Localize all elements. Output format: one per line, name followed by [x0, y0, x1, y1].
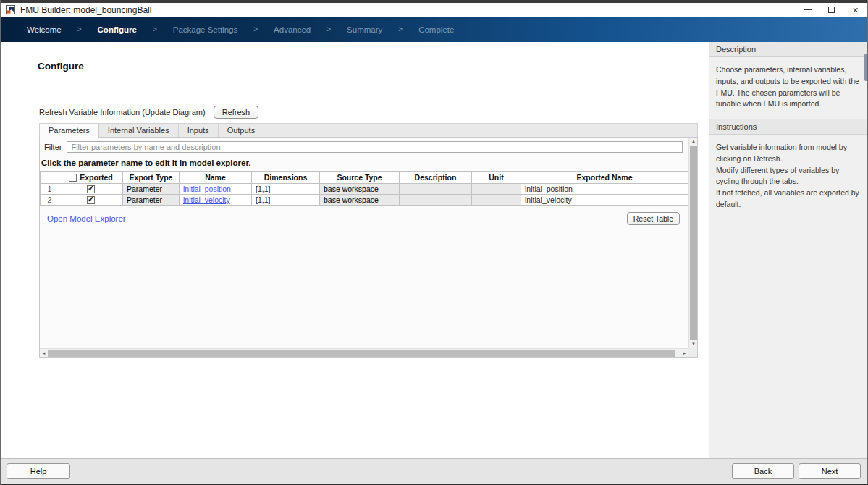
nav-step-welcome[interactable]: Welcome: [27, 25, 62, 34]
table-hint: Click the parameter name to edit it in m…: [41, 159, 697, 167]
cell-exported: ✓: [59, 195, 123, 206]
nav-step-package-settings[interactable]: Package Settings: [173, 25, 238, 34]
maximize-icon: [828, 7, 835, 13]
cell-dimensions: [1,1]: [252, 195, 320, 206]
cell-description: [400, 195, 472, 206]
cell-unit: [472, 195, 521, 206]
exported-checkbox[interactable]: ✓: [87, 196, 95, 204]
cell-index: 1: [41, 184, 59, 195]
cell-dimensions: [1,1]: [252, 184, 320, 195]
col-exported-name: Exported Name: [521, 172, 688, 184]
nav-separator-icon: >: [77, 25, 82, 33]
horizontal-scrollbar[interactable]: ◄ ►: [40, 348, 688, 357]
parameter-name-link[interactable]: initial_velocity: [183, 195, 230, 204]
title-bar: FMU Builder: model_bouncingBall ×: [1, 3, 867, 17]
instruction-line: Modify different types of variables by c…: [716, 165, 862, 188]
close-icon: ×: [852, 5, 858, 15]
table-row: 1 ✓ Parameter initial_position [1,1] bas…: [41, 184, 688, 195]
main-content: Configure Refresh Variable Information (…: [1, 42, 709, 460]
description-text: Choose parameters, internal variables, i…: [709, 57, 868, 119]
col-dimensions: Dimensions: [252, 172, 320, 184]
footer-bar: Help Back Next: [1, 458, 867, 484]
col-description: Description: [400, 172, 472, 184]
minimize-button[interactable]: [796, 3, 819, 17]
app-icon: [6, 5, 15, 14]
select-all-checkbox[interactable]: [69, 174, 77, 182]
scroll-left-icon[interactable]: ◄: [40, 349, 48, 358]
filter-label: Filter: [44, 143, 62, 151]
cell-source-type: base workspace: [320, 184, 400, 195]
nav-separator-icon: >: [326, 25, 331, 33]
col-row-number: [41, 172, 59, 184]
nav-step-complete[interactable]: Complete: [418, 25, 454, 34]
cell-unit: [472, 184, 521, 195]
maximize-button[interactable]: [819, 3, 843, 17]
col-source-type: Source Type: [320, 172, 400, 184]
refresh-label: Refresh Variable Information (Update Dia…: [39, 108, 206, 117]
instructions-text: Get variable information from model by c…: [709, 135, 868, 219]
table-footer-row: Open Model Explorer Reset Table: [47, 212, 680, 225]
nav-step-configure[interactable]: Configure: [98, 25, 137, 34]
scroll-up-icon[interactable]: ▲: [689, 138, 698, 146]
tab-internal-variables[interactable]: Internal Variables: [99, 124, 179, 137]
variables-tab-pane: Parameters Internal Variables Inputs Out…: [39, 123, 698, 358]
check-icon: ✓: [88, 195, 94, 204]
filter-input[interactable]: [67, 141, 683, 153]
cell-index: 2: [41, 195, 59, 206]
tab-bar: Parameters Internal Variables Inputs Out…: [39, 123, 698, 137]
cell-source-type: base workspace: [320, 195, 400, 206]
cell-export-type: Parameter: [123, 195, 180, 206]
sidebar-scrollbar-thumb[interactable]: [864, 54, 867, 81]
description-section-header: Description: [709, 42, 868, 57]
col-exported-label: Exported: [80, 173, 113, 182]
nav-separator-icon: >: [398, 25, 403, 33]
tab-inputs[interactable]: Inputs: [179, 124, 219, 137]
wizard-nav: Welcome > Configure > Package Settings >…: [1, 17, 867, 42]
filter-row: Filter: [44, 141, 683, 153]
back-button[interactable]: Back: [732, 463, 794, 479]
close-button[interactable]: ×: [843, 3, 867, 17]
col-export-type: Export Type: [123, 172, 180, 184]
nav-separator-icon: >: [253, 25, 258, 33]
instructions-section-header: Instructions: [709, 119, 868, 135]
window-title: FMU Builder: model_bouncingBall: [20, 5, 151, 15]
col-exported: Exported: [59, 172, 123, 184]
cell-export-type: Parameter: [123, 184, 180, 195]
help-button[interactable]: Help: [7, 463, 70, 479]
col-name: Name: [180, 172, 252, 184]
tab-outputs[interactable]: Outputs: [219, 124, 265, 137]
vertical-scrollbar[interactable]: ▲ ▼: [688, 138, 697, 348]
help-sidebar: Description Choose parameters, internal …: [709, 42, 868, 460]
col-unit: Unit: [472, 172, 521, 184]
scrollbar-corner: [688, 348, 697, 357]
open-model-explorer-link[interactable]: Open Model Explorer: [47, 214, 126, 223]
nav-separator-icon: >: [153, 25, 157, 33]
fmu-builder-window: FMU Builder: model_bouncingBall × Welcom…: [0, 0, 868, 485]
cell-name: initial_velocity: [180, 195, 252, 206]
instruction-line: Get variable information from model by c…: [716, 142, 862, 165]
refresh-row: Refresh Variable Information (Update Dia…: [39, 106, 258, 119]
tab-parameters[interactable]: Parameters: [40, 124, 99, 138]
window-controls: ×: [796, 3, 867, 17]
parameter-name-link[interactable]: initial_position: [183, 185, 231, 193]
next-button[interactable]: Next: [799, 463, 861, 479]
scroll-right-icon[interactable]: ►: [681, 349, 688, 358]
check-icon: ✓: [88, 184, 94, 193]
table-row: 2 ✓ Parameter initial_velocity [1,1] bas…: [41, 195, 688, 206]
cell-exported-name[interactable]: initial_velocity: [521, 195, 688, 206]
nav-step-advanced[interactable]: Advanced: [274, 25, 311, 34]
exported-checkbox[interactable]: ✓: [87, 185, 95, 193]
minimize-icon: [804, 9, 812, 10]
parameters-table: Exported Export Type Name Dimensions Sou…: [40, 171, 688, 206]
cell-exported-name[interactable]: initial_position: [521, 184, 688, 195]
scroll-down-icon[interactable]: ▼: [689, 340, 698, 348]
table-header-row: Exported Export Type Name Dimensions Sou…: [41, 172, 688, 184]
nav-step-summary[interactable]: Summary: [347, 25, 382, 34]
refresh-button[interactable]: Refresh: [214, 106, 259, 119]
vertical-scrollbar-thumb[interactable]: [690, 146, 697, 340]
horizontal-scrollbar-thumb[interactable]: [48, 350, 675, 357]
cell-exported: ✓: [59, 184, 123, 195]
page-title: Configure: [38, 61, 84, 72]
reset-table-button[interactable]: Reset Table: [627, 212, 680, 225]
cell-description: [400, 184, 472, 195]
